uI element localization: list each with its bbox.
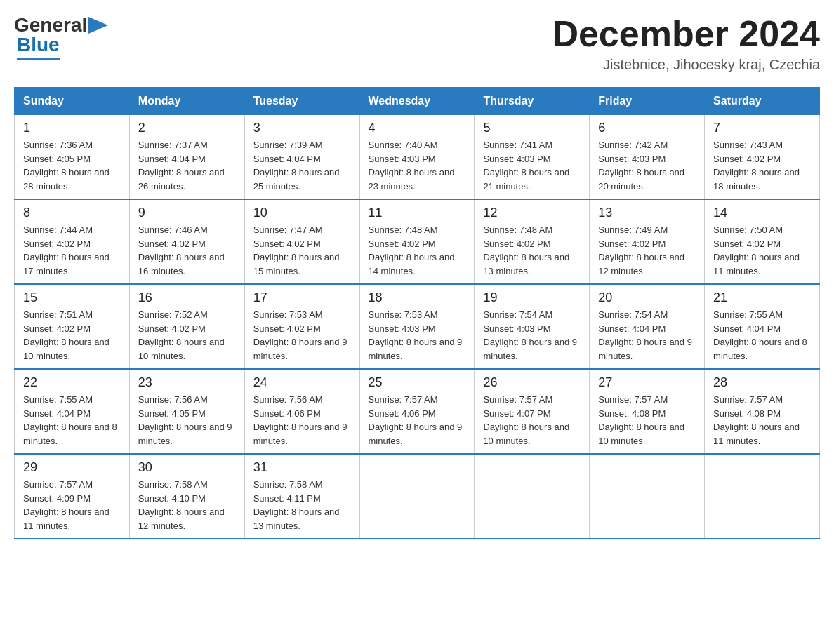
day-number: 29	[23, 460, 121, 475]
calendar-empty-cell	[705, 454, 820, 539]
day-info: Sunrise: 7:50 AMSunset: 4:02 PMDaylight:…	[713, 224, 800, 276]
day-info: Sunrise: 7:48 AMSunset: 4:02 PMDaylight:…	[483, 224, 569, 276]
calendar-day-cell: 13 Sunrise: 7:49 AMSunset: 4:02 PMDaylig…	[590, 199, 705, 284]
day-number: 18	[369, 290, 466, 305]
day-number: 31	[253, 460, 351, 475]
title-block: December 2024 Jistebnice, Jihocesky kraj…	[552, 14, 820, 73]
day-number: 15	[23, 290, 121, 305]
calendar-day-cell: 11 Sunrise: 7:48 AMSunset: 4:02 PMDaylig…	[359, 199, 475, 284]
calendar-week-row: 22 Sunrise: 7:55 AMSunset: 4:04 PMDaylig…	[15, 369, 820, 454]
day-info: Sunrise: 7:57 AMSunset: 4:07 PMDaylight:…	[483, 394, 569, 446]
day-info: Sunrise: 7:47 AMSunset: 4:02 PMDaylight:…	[253, 224, 340, 276]
logo-flag-icon	[88, 17, 111, 34]
day-info: Sunrise: 7:55 AMSunset: 4:04 PMDaylight:…	[23, 394, 117, 446]
calendar-day-cell: 5 Sunrise: 7:41 AMSunset: 4:03 PMDayligh…	[475, 115, 590, 200]
col-header-saturday: Saturday	[705, 88, 820, 115]
day-number: 1	[23, 121, 121, 135]
day-number: 3	[253, 121, 351, 135]
calendar-day-cell: 12 Sunrise: 7:48 AMSunset: 4:02 PMDaylig…	[475, 199, 590, 284]
calendar-empty-cell	[475, 454, 590, 539]
day-info: Sunrise: 7:53 AMSunset: 4:03 PMDaylight:…	[369, 309, 463, 361]
day-number: 20	[598, 290, 696, 305]
day-number: 9	[138, 206, 236, 220]
calendar-day-cell: 16 Sunrise: 7:52 AMSunset: 4:02 PMDaylig…	[129, 284, 244, 369]
day-number: 23	[138, 375, 236, 390]
month-title: December 2024	[552, 14, 820, 54]
day-info: Sunrise: 7:48 AMSunset: 4:02 PMDaylight:…	[369, 224, 455, 276]
day-info: Sunrise: 7:57 AMSunset: 4:06 PMDaylight:…	[369, 394, 463, 446]
calendar-table: SundayMondayTuesdayWednesdayThursdayFrid…	[14, 87, 820, 539]
col-header-sunday: Sunday	[15, 88, 130, 115]
calendar-day-cell: 21 Sunrise: 7:55 AMSunset: 4:04 PMDaylig…	[705, 284, 820, 369]
calendar-day-cell: 19 Sunrise: 7:54 AMSunset: 4:03 PMDaylig…	[475, 284, 590, 369]
day-number: 19	[483, 290, 581, 305]
day-info: Sunrise: 7:53 AMSunset: 4:02 PMDaylight:…	[253, 309, 348, 361]
col-header-friday: Friday	[590, 88, 705, 115]
day-number: 16	[138, 290, 236, 305]
day-info: Sunrise: 7:58 AMSunset: 4:11 PMDaylight:…	[253, 479, 340, 531]
calendar-empty-cell	[590, 454, 705, 539]
day-number: 13	[598, 206, 696, 220]
calendar-day-cell: 25 Sunrise: 7:57 AMSunset: 4:06 PMDaylig…	[359, 369, 475, 454]
location: Jistebnice, Jihocesky kraj, Czechia	[552, 57, 820, 73]
day-number: 10	[253, 206, 351, 220]
calendar-week-row: 1 Sunrise: 7:36 AMSunset: 4:05 PMDayligh…	[15, 115, 820, 200]
svg-marker-0	[88, 17, 108, 34]
calendar-week-row: 29 Sunrise: 7:57 AMSunset: 4:09 PMDaylig…	[15, 454, 820, 539]
col-header-monday: Monday	[129, 88, 244, 115]
calendar-day-cell: 24 Sunrise: 7:56 AMSunset: 4:06 PMDaylig…	[244, 369, 359, 454]
day-number: 4	[369, 121, 466, 135]
day-info: Sunrise: 7:51 AMSunset: 4:02 PMDaylight:…	[23, 309, 110, 361]
calendar-day-cell: 8 Sunrise: 7:44 AMSunset: 4:02 PMDayligh…	[15, 199, 130, 284]
calendar-day-cell: 27 Sunrise: 7:57 AMSunset: 4:08 PMDaylig…	[590, 369, 705, 454]
calendar-day-cell: 2 Sunrise: 7:37 AMSunset: 4:04 PMDayligh…	[129, 115, 244, 200]
day-number: 11	[369, 206, 466, 220]
calendar-day-cell: 28 Sunrise: 7:57 AMSunset: 4:08 PMDaylig…	[705, 369, 820, 454]
calendar-empty-cell	[359, 454, 475, 539]
day-number: 17	[253, 290, 351, 305]
calendar-day-cell: 7 Sunrise: 7:43 AMSunset: 4:02 PMDayligh…	[705, 115, 820, 200]
day-info: Sunrise: 7:44 AMSunset: 4:02 PMDaylight:…	[23, 224, 110, 276]
day-number: 24	[253, 375, 351, 390]
day-number: 14	[713, 206, 811, 220]
day-info: Sunrise: 7:41 AMSunset: 4:03 PMDaylight:…	[483, 140, 569, 192]
day-number: 2	[138, 121, 236, 135]
day-number: 25	[369, 375, 466, 390]
day-info: Sunrise: 7:40 AMSunset: 4:03 PMDaylight:…	[369, 140, 455, 192]
calendar-day-cell: 3 Sunrise: 7:39 AMSunset: 4:04 PMDayligh…	[244, 115, 359, 200]
day-info: Sunrise: 7:43 AMSunset: 4:02 PMDaylight:…	[713, 140, 800, 192]
day-number: 30	[138, 460, 236, 475]
day-number: 8	[23, 206, 121, 220]
calendar-week-row: 15 Sunrise: 7:51 AMSunset: 4:02 PMDaylig…	[15, 284, 820, 369]
col-header-thursday: Thursday	[475, 88, 590, 115]
day-info: Sunrise: 7:52 AMSunset: 4:02 PMDaylight:…	[138, 309, 225, 361]
day-info: Sunrise: 7:36 AMSunset: 4:05 PMDaylight:…	[23, 140, 110, 192]
day-info: Sunrise: 7:56 AMSunset: 4:05 PMDaylight:…	[138, 394, 232, 446]
day-info: Sunrise: 7:54 AMSunset: 4:03 PMDaylight:…	[483, 309, 577, 361]
day-info: Sunrise: 7:58 AMSunset: 4:10 PMDaylight:…	[138, 479, 225, 531]
calendar-header-row: SundayMondayTuesdayWednesdayThursdayFrid…	[15, 88, 820, 115]
day-number: 5	[483, 121, 581, 135]
day-number: 27	[598, 375, 696, 390]
day-info: Sunrise: 7:54 AMSunset: 4:04 PMDaylight:…	[598, 309, 692, 361]
calendar-day-cell: 22 Sunrise: 7:55 AMSunset: 4:04 PMDaylig…	[15, 369, 130, 454]
calendar-day-cell: 17 Sunrise: 7:53 AMSunset: 4:02 PMDaylig…	[244, 284, 359, 369]
calendar-day-cell: 14 Sunrise: 7:50 AMSunset: 4:02 PMDaylig…	[705, 199, 820, 284]
col-header-tuesday: Tuesday	[244, 88, 359, 115]
calendar-day-cell: 18 Sunrise: 7:53 AMSunset: 4:03 PMDaylig…	[359, 284, 475, 369]
day-info: Sunrise: 7:39 AMSunset: 4:04 PMDaylight:…	[253, 140, 340, 192]
calendar-day-cell: 30 Sunrise: 7:58 AMSunset: 4:10 PMDaylig…	[129, 454, 244, 539]
day-info: Sunrise: 7:55 AMSunset: 4:04 PMDaylight:…	[713, 309, 807, 361]
calendar-day-cell: 1 Sunrise: 7:36 AMSunset: 4:05 PMDayligh…	[15, 115, 130, 200]
day-number: 22	[23, 375, 121, 390]
calendar-day-cell: 26 Sunrise: 7:57 AMSunset: 4:07 PMDaylig…	[475, 369, 590, 454]
logo: General Blue	[14, 14, 111, 60]
calendar-day-cell: 29 Sunrise: 7:57 AMSunset: 4:09 PMDaylig…	[15, 454, 130, 539]
col-header-wednesday: Wednesday	[359, 88, 475, 115]
day-number: 21	[713, 290, 811, 305]
day-info: Sunrise: 7:46 AMSunset: 4:02 PMDaylight:…	[138, 224, 225, 276]
day-info: Sunrise: 7:42 AMSunset: 4:03 PMDaylight:…	[598, 140, 684, 192]
day-number: 7	[713, 121, 811, 135]
calendar-day-cell: 10 Sunrise: 7:47 AMSunset: 4:02 PMDaylig…	[244, 199, 359, 284]
day-number: 12	[483, 206, 581, 220]
